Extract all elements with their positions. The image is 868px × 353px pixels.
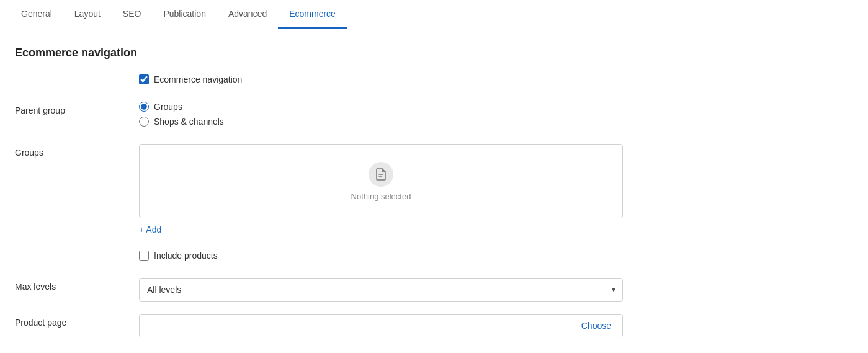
groups-label: Groups: [15, 144, 139, 158]
parent-group-row: Parent group Groups Shops & channels: [15, 102, 853, 132]
include-products-checkbox-wrapper[interactable]: Include products: [139, 251, 853, 261]
radio-shops-channels-wrapper[interactable]: Shops & channels: [139, 117, 853, 127]
max-levels-select[interactable]: All levels 1 2 3 4 5: [139, 278, 623, 302]
radio-groups[interactable]: [139, 102, 149, 112]
section-title: Ecommerce navigation: [15, 47, 853, 60]
max-levels-select-wrapper: All levels 1 2 3 4 5 ▾: [139, 278, 623, 302]
radio-groups-wrapper[interactable]: Groups: [139, 102, 853, 112]
tab-bar: General Layout SEO Publication Advanced …: [0, 0, 868, 29]
tab-seo[interactable]: SEO: [112, 0, 153, 29]
product-page-input[interactable]: [140, 315, 570, 337]
empty-document-icon: [369, 162, 393, 187]
product-page-input-wrapper: Choose: [139, 314, 623, 337]
add-button[interactable]: + Add: [139, 221, 161, 238]
tab-general[interactable]: General: [10, 0, 63, 29]
max-levels-row: Max levels All levels 1 2 3 4 5 ▾: [15, 278, 853, 302]
choose-button[interactable]: Choose: [570, 315, 622, 337]
ecommerce-nav-checkbox[interactable]: [139, 74, 149, 84]
groups-empty-box: Nothing selected: [139, 144, 623, 218]
product-page-control: Choose: [139, 314, 853, 337]
ecommerce-nav-label: Ecommerce navigation: [154, 74, 242, 84]
tab-ecommerce[interactable]: Ecommerce: [278, 0, 347, 29]
main-content: Ecommerce navigation Ecommerce navigatio…: [0, 29, 868, 353]
groups-control: Nothing selected + Add: [139, 144, 853, 238]
tab-publication[interactable]: Publication: [152, 0, 217, 29]
groups-row: Groups Nothing selected + Add: [15, 144, 853, 238]
radio-groups-label: Groups: [154, 102, 182, 112]
radio-shops-channels-label: Shops & channels: [154, 117, 224, 127]
ecommerce-nav-row: Ecommerce navigation: [15, 74, 853, 89]
tab-advanced[interactable]: Advanced: [217, 0, 278, 29]
include-products-label: Include products: [154, 251, 218, 261]
ecommerce-nav-checkbox-wrapper[interactable]: Ecommerce navigation: [139, 74, 853, 84]
max-levels-label: Max levels: [15, 278, 139, 292]
product-page-row: Product page Choose: [15, 314, 853, 337]
product-page-label: Product page: [15, 314, 139, 328]
parent-group-label: Parent group: [15, 102, 139, 115]
tab-layout[interactable]: Layout: [63, 0, 112, 29]
radio-shops-channels[interactable]: [139, 117, 149, 127]
max-levels-control: All levels 1 2 3 4 5 ▾: [139, 278, 853, 302]
include-products-checkbox[interactable]: [139, 251, 149, 261]
parent-group-options: Groups Shops & channels: [139, 102, 853, 132]
include-products-row: Include products: [15, 251, 853, 266]
groups-empty-text: Nothing selected: [351, 192, 411, 201]
